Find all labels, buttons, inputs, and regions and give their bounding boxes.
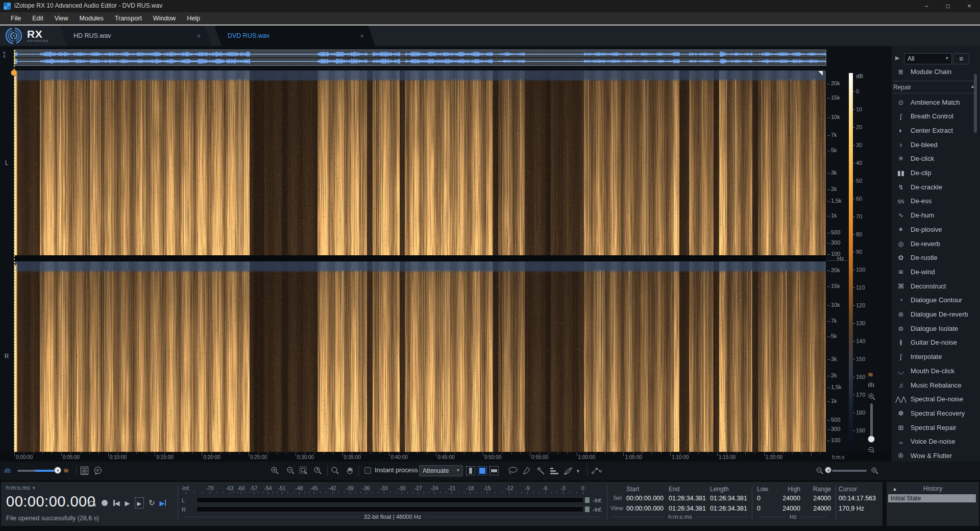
panel-scrollbar[interactable] (974, 74, 977, 133)
horizontal-zoom-knob[interactable] (825, 467, 831, 473)
zoom-in-button[interactable] (271, 466, 279, 475)
tab-hd-rus[interactable]: HD RUS.wav × (60, 26, 212, 46)
tab-close-icon[interactable]: × (360, 32, 364, 40)
zoom-selection-button[interactable] (299, 466, 309, 476)
module-item-music-rebalance[interactable]: ♫Music Rebalance (891, 379, 980, 391)
time-ruler[interactable]: 0:00:000:05:000:10:000:15:000:20:000:25:… (0, 452, 891, 462)
module-item-deconstruct[interactable]: ⌘Deconstruct (891, 280, 980, 292)
goto-end-button[interactable]: ▶ (160, 499, 166, 507)
horizontal-zoom-out-icon[interactable] (816, 467, 824, 475)
module-item-wow-flutter[interactable]: ✇Wow & Flutter (891, 450, 980, 462)
record-button[interactable] (102, 500, 108, 506)
instant-process-checkbox[interactable] (364, 467, 371, 474)
module-item-dialogue-isolate[interactable]: ⊜Dialogue Isolate (891, 322, 980, 334)
history-item[interactable]: Initial State (888, 494, 976, 502)
module-item-dialogue-de-reverb[interactable]: ⊚Dialogue De-reverb (891, 308, 980, 321)
tab-dvd-rus[interactable]: DVD RUS.wav × (214, 26, 375, 46)
feather-tool[interactable] (563, 466, 573, 476)
curve-edit-tool[interactable] (591, 466, 602, 475)
spectrogram-canvas[interactable] (14, 70, 826, 452)
module-item-de-wind[interactable]: ≋De-wind (891, 266, 980, 278)
menu-help[interactable]: Help (181, 12, 206, 25)
module-item-breath-control[interactable]: ʃBreath Control (891, 110, 980, 123)
hand-tool[interactable] (346, 466, 355, 475)
zoom-out-button[interactable] (286, 466, 295, 475)
module-filter-select[interactable]: All▾ (904, 53, 952, 64)
process-mode-select[interactable]: Attenuate▾ (419, 465, 463, 476)
vertical-zoom-knob[interactable] (868, 436, 875, 443)
module-item-de-reverb[interactable]: ◎De-reverb (891, 237, 980, 250)
module-item-voice-de-noise[interactable]: ᴗVoice De-noise (891, 436, 980, 448)
play-button[interactable]: ▶ (125, 499, 130, 507)
module-item-center-extract[interactable]: ◐Center Extract (891, 124, 980, 136)
meter-value-r: -Inf. (593, 506, 602, 513)
select-time-frequency-tool[interactable] (478, 466, 487, 475)
module-item-spectral-de-noise[interactable]: ⋀⋀Spectral De-noise (891, 393, 980, 405)
meter-scale-label: 0 (581, 485, 584, 491)
tab-close-icon[interactable]: × (197, 32, 201, 40)
brush-tool[interactable] (522, 466, 531, 475)
menu-edit[interactable]: Edit (27, 12, 49, 25)
time-format-select[interactable]: h:m:s.ms ▼ (6, 485, 36, 491)
selection-size-icon[interactable] (550, 468, 558, 474)
waveform-spectrogram-blend-slider[interactable] (17, 470, 59, 472)
menu-transport[interactable]: Transport (109, 12, 148, 25)
waveform-view-icon[interactable]: ıllı (868, 381, 874, 389)
module-item-de-rustle[interactable]: ✿De-rustle (891, 252, 980, 264)
ruler-tick (61, 452, 62, 456)
window-maximize-button[interactable]: □ (937, 0, 959, 12)
magnify-tool[interactable] (331, 466, 339, 475)
selection-handle-icon[interactable] (818, 71, 823, 76)
vertical-zoom-slider[interactable] (870, 403, 873, 439)
ruler-label: 0:55:00 (531, 454, 548, 460)
module-item-de-crackle[interactable]: ↯De-crackle (891, 181, 980, 193)
window-minimize-button[interactable]: − (916, 0, 937, 12)
section-repair[interactable]: Repair ▲ (893, 84, 975, 91)
menu-view[interactable]: View (49, 12, 74, 25)
overview-collapse-icon[interactable]: ∨∧ (3, 51, 6, 58)
module-item-interpolate[interactable]: ∫Interpolate (891, 351, 980, 363)
module-chain-item[interactable]: ≣ Module Chain (891, 65, 980, 78)
monitor-headphones-icon[interactable] (87, 498, 97, 508)
module-item-ambience-match[interactable]: ⊙Ambience Match (891, 96, 980, 108)
playhead-line[interactable] (14, 50, 15, 452)
module-item-spectral-recovery[interactable]: ☸Spectral Recovery (891, 407, 980, 419)
module-item-de-plosive[interactable]: ✴De-plosive (891, 223, 980, 235)
menu-modules[interactable]: Modules (74, 12, 109, 25)
module-item-guitar-de-noise[interactable]: ≬Guitar De-noise (891, 336, 980, 349)
horizontal-zoom-slider[interactable] (832, 470, 867, 472)
loop-button[interactable]: ↻ (149, 498, 155, 508)
zoom-reset-button[interactable] (313, 466, 322, 475)
waveform-blend-icon[interactable]: ıllı (4, 467, 11, 474)
spectrogram-view-icon[interactable]: ≋ (868, 371, 873, 378)
db-tick-label: 180 (856, 409, 865, 416)
module-item-de-click[interactable]: ✳De-click (891, 153, 980, 165)
lasso-tool[interactable] (507, 466, 519, 475)
spectrogram-blend-icon[interactable]: ≋ (63, 467, 69, 474)
module-item-dialogue-contour[interactable]: ◔Dialogue Contour (891, 294, 980, 306)
module-item-de-ess[interactable]: ssDe-ess (891, 195, 980, 207)
menu-window[interactable]: Window (148, 12, 181, 25)
marker-list-icon[interactable] (80, 466, 89, 475)
horizontal-zoom-in-icon[interactable] (871, 467, 879, 475)
select-time-tool[interactable] (466, 466, 475, 475)
module-item-mouth-de-click[interactable]: ◡Mouth De-click (891, 365, 980, 377)
play-selection-button[interactable]: ▶ (135, 497, 144, 509)
module-item-de-bleed[interactable]: ♁De-bleed (891, 138, 980, 151)
blend-slider-knob[interactable] (54, 467, 61, 474)
playhead-marker[interactable] (11, 69, 17, 76)
panel-menu-icon[interactable]: ≡ (953, 53, 969, 64)
prev-button[interactable]: ◀ (113, 499, 120, 507)
menu-file[interactable]: File (5, 12, 27, 25)
overview-waveform-canvas[interactable] (14, 50, 826, 65)
magic-wand-tool[interactable] (536, 466, 546, 476)
panel-play-icon[interactable]: ▶ (895, 55, 899, 61)
module-item-de-hum[interactable]: ∿De-hum (891, 209, 980, 222)
select-frequency-tool[interactable] (489, 466, 499, 475)
comment-icon[interactable] (93, 466, 103, 475)
feather-dropdown-icon[interactable]: ▼ (576, 469, 580, 474)
vertical-zoom-in-icon[interactable] (868, 393, 876, 401)
module-item-spectral-repair[interactable]: ⊞Spectral Repair (891, 421, 980, 433)
window-close-button[interactable]: × (959, 0, 980, 12)
module-item-de-clip[interactable]: ▮▮De-clip (891, 167, 980, 179)
